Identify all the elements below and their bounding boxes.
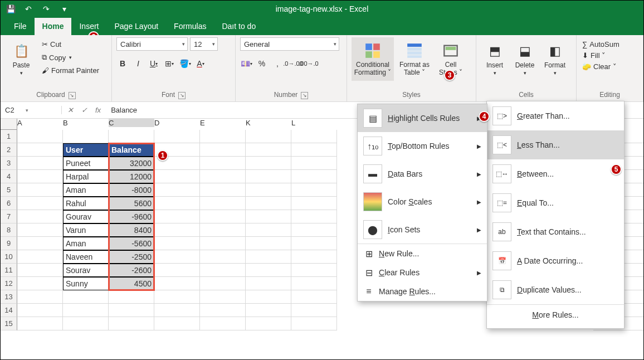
cell-C3[interactable]: 32000 <box>109 157 154 170</box>
row-header-10[interactable]: 10 <box>1 250 17 264</box>
bold-button[interactable]: B <box>116 57 129 70</box>
cell-D4[interactable] <box>154 170 200 183</box>
cell-K6[interactable] <box>246 197 291 210</box>
cell-D8[interactable] <box>154 223 200 237</box>
select-all-corner[interactable] <box>1 119 17 130</box>
clipboard-launcher[interactable]: ↘ <box>69 92 76 99</box>
row-header-11[interactable]: 11 <box>1 264 17 277</box>
cell-K2[interactable] <box>246 143 291 157</box>
cell-D14[interactable] <box>154 304 200 317</box>
cell-E12[interactable] <box>200 277 246 290</box>
cell-L2[interactable] <box>291 143 337 157</box>
fx-icon[interactable]: fx <box>95 106 101 114</box>
cell-D9[interactable] <box>154 237 200 250</box>
row-header-14[interactable]: 14 <box>1 304 17 317</box>
col-header-D[interactable]: D <box>154 119 200 127</box>
tab-page-layout[interactable]: Page Layout <box>106 18 166 35</box>
cell-B9[interactable]: Aman <box>63 237 109 250</box>
cell-C10[interactable]: -2500 <box>109 250 154 264</box>
cell-C8[interactable]: 8400 <box>109 223 154 237</box>
name-box[interactable]: C2▾ <box>1 106 62 114</box>
cell-K12[interactable] <box>246 277 291 290</box>
cell-B13[interactable] <box>63 290 109 304</box>
cell-C9[interactable]: -5600 <box>109 237 154 250</box>
row-header-1[interactable]: 1 <box>1 130 17 143</box>
cf-between[interactable]: ⬚↔Between... <box>487 159 624 188</box>
row-header-13[interactable]: 13 <box>1 290 17 304</box>
cell-L12[interactable] <box>291 277 337 290</box>
cell-B6[interactable]: Rahul <box>63 197 109 210</box>
row-header-3[interactable]: 3 <box>1 157 17 170</box>
cell-B15[interactable] <box>63 317 109 330</box>
cf-date-occurring[interactable]: 📅A Date Occurring... <box>487 246 624 275</box>
autosum-button[interactable]: ∑AutoSum <box>581 39 621 50</box>
col-header-C[interactable]: C <box>109 119 154 127</box>
cell-K5[interactable] <box>246 183 291 197</box>
cell-L14[interactable] <box>291 304 337 317</box>
cell-L4[interactable] <box>291 170 337 183</box>
cell-C1[interactable] <box>109 130 154 143</box>
col-header-A[interactable]: A <box>17 119 63 127</box>
col-header-L[interactable]: L <box>291 119 337 127</box>
italic-button[interactable]: I <box>132 57 144 70</box>
fill-button[interactable]: ⬇Fill ˅ <box>581 50 621 61</box>
cell-C2[interactable]: Balance <box>109 143 154 157</box>
cell-B7[interactable]: Gourav <box>63 210 109 223</box>
tab-home[interactable]: Home <box>35 18 72 35</box>
cell-E4[interactable] <box>200 170 246 183</box>
cell-A8[interactable] <box>17 223 63 237</box>
cancel-formula-icon[interactable]: ✕ <box>67 106 74 114</box>
tab-formulas[interactable]: Formulas <box>166 18 214 35</box>
row-header-12[interactable]: 12 <box>1 277 17 290</box>
cell-E10[interactable] <box>200 250 246 264</box>
copy-button[interactable]: ⧉Copy▾ <box>40 52 101 63</box>
cell-B5[interactable]: Aman <box>63 183 109 197</box>
row-header-4[interactable]: 4 <box>1 170 17 183</box>
conditional-formatting-button[interactable]: Conditional Formatting ˅ <box>352 37 394 81</box>
cell-C12[interactable]: 4500 <box>109 277 154 290</box>
font-launcher[interactable]: ↘ <box>178 92 186 99</box>
cell-K1[interactable] <box>246 130 291 143</box>
cf-duplicate-values[interactable]: ⧉Duplicate Values... <box>487 275 624 304</box>
cell-K8[interactable] <box>246 223 291 237</box>
increase-decimal-button[interactable]: .0→.00 <box>287 57 299 70</box>
cell-D11[interactable] <box>154 264 200 277</box>
cell-A7[interactable] <box>17 210 63 223</box>
redo-icon[interactable]: ↷ <box>40 2 53 16</box>
cf-more-rules[interactable]: More Rules... <box>487 305 624 325</box>
cell-E7[interactable] <box>200 210 246 223</box>
cell-B11[interactable]: Sourav <box>63 264 109 277</box>
cell-A2[interactable] <box>17 143 63 157</box>
undo-icon[interactable]: ↶ <box>22 2 35 16</box>
accounting-format-button[interactable]: 💷▾ <box>240 57 252 70</box>
col-header-B[interactable]: B <box>63 119 109 127</box>
cf-highlight-cells-rules[interactable]: ▤ HHighlight Cells Rulesighlight Cells R… <box>358 104 487 132</box>
cell-B2[interactable]: User <box>63 143 109 157</box>
cf-clear-rules[interactable]: ⊟ Clear Rules▶ <box>358 263 487 282</box>
enter-formula-icon[interactable]: ✓ <box>81 106 87 114</box>
paste-button[interactable]: 📋 Paste ▾ <box>5 37 37 81</box>
cell-A12[interactable] <box>17 277 63 290</box>
row-header-6[interactable]: 6 <box>1 197 17 210</box>
cf-data-bars[interactable]: ▬ Data Bars▶ <box>358 160 487 188</box>
cf-text-contains[interactable]: abText that Contains... <box>487 217 624 246</box>
cell-L5[interactable] <box>291 183 337 197</box>
font-size-select[interactable]: 12 <box>190 37 218 51</box>
cell-A4[interactable] <box>17 170 63 183</box>
col-header-E[interactable]: E <box>200 119 246 127</box>
cell-C7[interactable]: -9600 <box>109 210 154 223</box>
cell-K3[interactable] <box>246 157 291 170</box>
format-cells-button[interactable]: ◧Format▾ <box>541 37 569 81</box>
cell-D12[interactable] <box>154 277 200 290</box>
cell-E5[interactable] <box>200 183 246 197</box>
cell-A11[interactable] <box>17 264 63 277</box>
cut-button[interactable]: ✂Cut <box>40 39 101 50</box>
decrease-decimal-button[interactable]: .00→.0 <box>303 57 315 70</box>
format-as-table-button[interactable]: Format as Table ˅ <box>396 37 433 81</box>
cell-L3[interactable] <box>291 157 337 170</box>
cell-L6[interactable] <box>291 197 337 210</box>
cell-C14[interactable] <box>109 304 154 317</box>
cell-A9[interactable] <box>17 237 63 250</box>
cf-manage-rules[interactable]: ≡ Manage Rules... <box>358 282 487 301</box>
cell-L1[interactable] <box>291 130 337 143</box>
